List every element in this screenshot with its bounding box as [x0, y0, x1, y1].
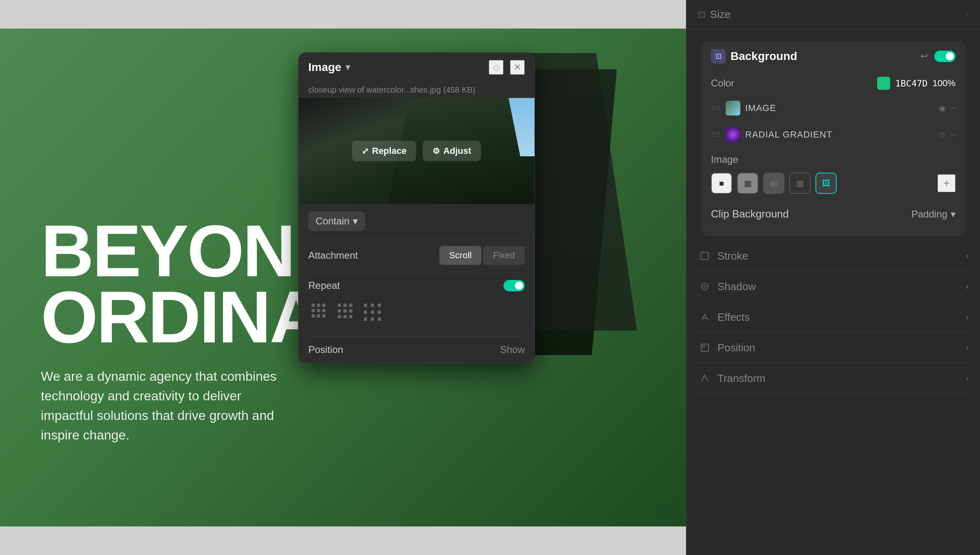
color-label: Color	[711, 78, 734, 89]
effects-label: Effects	[717, 311, 750, 324]
image-panel-title-group: Image ▾	[308, 61, 350, 74]
image-fill-gradient-button[interactable]: ▦	[737, 173, 758, 194]
size-expand-icon[interactable]: ›	[966, 10, 969, 19]
repeat-toggle[interactable]	[503, 280, 525, 291]
right-sidebar: ⊡ Size › ⊡ Background ↩ Color	[686, 0, 980, 555]
stroke-section[interactable]: Stroke ›	[695, 241, 972, 271]
panel-diamond-button[interactable]: ◇	[489, 60, 503, 75]
adjust-icon: ⚙	[432, 146, 440, 156]
position-label: Position	[308, 344, 500, 355]
gradient-layer-remove-icon[interactable]: −	[951, 130, 956, 140]
background-icon-glyph: ⊡	[715, 52, 722, 61]
shadow-expand-icon: ›	[966, 282, 969, 291]
image-add-button[interactable]: +	[938, 174, 956, 192]
adjust-button[interactable]: ⚙ Adjust	[423, 141, 481, 161]
image-fill-photo-button[interactable]: 🖼	[815, 173, 837, 194]
svg-point-7	[703, 285, 706, 288]
pattern-btn-2[interactable]	[334, 300, 356, 322]
image-fill-image-button[interactable]: ▩	[789, 173, 811, 194]
gradient-layer-visibility-icon[interactable]: ⊘	[939, 130, 946, 140]
background-panel-icon: ⊡	[711, 49, 726, 64]
replace-button[interactable]: ⤢ Replace	[352, 141, 416, 161]
image-fill-radial-button[interactable]: ◎	[763, 173, 784, 194]
image-panel-title: Image	[308, 61, 341, 74]
clip-value-text: Padding	[911, 209, 947, 220]
image-layer-visibility-icon[interactable]: ◉	[939, 103, 946, 113]
image-layer-drag-icon: ⠿⠿	[711, 104, 721, 112]
attachment-row: Attachment Scroll Fixed	[308, 239, 525, 273]
position-expand-icon: ›	[966, 344, 969, 352]
gradient-layer-thumbnail	[726, 127, 740, 142]
size-section: ⊡ Size ›	[686, 0, 980, 29]
position-icon	[698, 341, 712, 355]
color-value-group: 1BC47D 100%	[877, 77, 956, 90]
attachment-btn-group: Scroll Fixed	[439, 246, 525, 265]
clip-chevron-icon: ▾	[951, 209, 956, 220]
image-layer-actions: ◉ −	[939, 103, 956, 113]
image-layer-remove-icon[interactable]: −	[951, 104, 956, 113]
color-hex: 1BC47D	[895, 78, 927, 89]
pattern-btn-1[interactable]	[308, 300, 330, 322]
effects-section[interactable]: Effects ›	[695, 302, 972, 333]
hero-subtitle: We are a dynamic agency that combines te…	[41, 366, 286, 445]
attachment-label: Attachment	[308, 250, 439, 261]
image-layer-thumbnail-img	[726, 101, 740, 115]
fixed-button[interactable]: Fixed	[483, 246, 525, 265]
shadow-icon	[698, 280, 712, 293]
transform-label: Transform	[717, 372, 766, 385]
size-icon: ⊡	[698, 9, 705, 20]
background-toggle[interactable]	[934, 51, 956, 62]
effects-icon	[698, 310, 712, 324]
image-panel-header: Image ▾ ◇ ✕	[298, 53, 535, 82]
position-label: Position	[717, 342, 755, 354]
image-layer-thumbnail	[726, 101, 740, 115]
transform-icon	[698, 371, 712, 385]
shadow-label: Shadow	[717, 280, 756, 293]
position-section[interactable]: Position ›	[695, 333, 972, 363]
transform-section[interactable]: Transform ›	[695, 363, 972, 394]
replace-label: Replace	[372, 146, 406, 156]
pattern-btn-3[interactable]	[361, 300, 382, 322]
contain-label: Contain	[316, 215, 350, 227]
show-link[interactable]: Show	[500, 344, 525, 355]
panel-controls: Contain ▾ Attachment Scroll Fixed Repeat	[298, 204, 535, 363]
sidebar-bottom-sections: Stroke › Shadow › Effects	[686, 241, 980, 394]
color-opacity: 100%	[933, 78, 956, 89]
background-panel-title: Background	[731, 50, 797, 63]
svg-rect-5	[701, 252, 708, 260]
image-panel-chevron-icon[interactable]: ▾	[345, 62, 350, 73]
gradient-layer-name: RADIAL GRADIENT	[745, 129, 934, 140]
gradient-layer-row: ⠿⠿ RADIAL GRADIENT ⊘ −	[711, 122, 956, 148]
undo-button[interactable]: ↩	[920, 51, 928, 62]
stroke-expand-icon: ›	[966, 252, 969, 260]
image-filename: closeup view of watercolor...shes.jpg (4…	[298, 82, 535, 98]
svg-rect-8	[701, 344, 708, 351]
panel-close-button[interactable]: ✕	[510, 60, 525, 75]
panel-header-actions: ↩	[920, 51, 956, 62]
background-panel-header: ⊡ Background ↩	[711, 49, 956, 64]
background-panel-title-group: ⊡ Background	[711, 49, 797, 64]
image-options-row: ■ ▦ ◎ ▩ 🖼 +	[711, 169, 956, 200]
gradient-layer-drag-icon: ⠿⠿	[711, 131, 721, 139]
preview-overlay-buttons: ⤢ Replace ⚙ Adjust	[352, 141, 481, 161]
adjust-label: Adjust	[443, 146, 471, 156]
contain-dropdown[interactable]: Contain ▾	[308, 211, 365, 231]
transform-expand-icon: ›	[966, 374, 969, 383]
image-options-label: Image	[711, 148, 956, 169]
shadow-section[interactable]: Shadow ›	[695, 271, 972, 302]
scroll-button[interactable]: Scroll	[439, 246, 481, 265]
background-panel: ⊡ Background ↩ Color 1BC47D 100%	[701, 41, 965, 236]
color-row: Color 1BC47D 100%	[711, 72, 956, 95]
size-label: Size	[710, 8, 731, 21]
repeat-patterns	[308, 295, 382, 329]
gradient-layer-actions: ⊘ −	[939, 130, 956, 140]
clip-value-group[interactable]: Padding ▾	[911, 209, 956, 220]
svg-rect-9	[702, 345, 704, 347]
replace-icon: ⤢	[362, 146, 369, 156]
background-panel-wrapper: ⊡ Background ↩ Color 1BC47D 100%	[686, 29, 980, 236]
image-panel: Image ▾ ◇ ✕ closeup view of watercolor..…	[298, 52, 535, 363]
image-fill-solid-button[interactable]: ■	[711, 173, 732, 194]
stroke-label: Stroke	[717, 250, 748, 262]
color-swatch[interactable]	[877, 77, 890, 90]
contain-chevron-icon: ▾	[353, 215, 358, 227]
